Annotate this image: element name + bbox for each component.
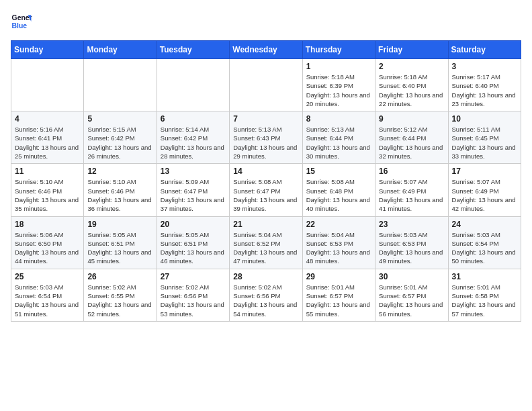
calendar-week-4: 18Sunrise: 5:06 AM Sunset: 6:50 PM Dayli…	[11, 216, 521, 269]
day-number: 14	[233, 167, 298, 176]
calendar-cell: 10Sunrise: 5:11 AM Sunset: 6:45 PM Dayli…	[448, 111, 521, 164]
day-info: Sunrise: 5:13 AM Sunset: 6:44 PM Dayligh…	[306, 125, 371, 161]
calendar-cell: 30Sunrise: 5:01 AM Sunset: 6:57 PM Dayli…	[375, 269, 448, 321]
calendar-week-2: 4Sunrise: 5:16 AM Sunset: 6:41 PM Daylig…	[11, 111, 521, 164]
day-info: Sunrise: 5:16 AM Sunset: 6:41 PM Dayligh…	[15, 125, 80, 161]
day-number: 25	[15, 272, 80, 281]
day-info: Sunrise: 5:12 AM Sunset: 6:44 PM Dayligh…	[379, 125, 444, 161]
day-number: 8	[306, 114, 371, 124]
day-number: 1	[306, 62, 371, 71]
calendar-week-3: 11Sunrise: 5:10 AM Sunset: 6:46 PM Dayli…	[11, 164, 521, 216]
day-number: 28	[233, 272, 298, 281]
calendar-cell: 26Sunrise: 5:02 AM Sunset: 6:55 PM Dayli…	[84, 269, 157, 321]
weekday-header-monday: Monday	[84, 41, 157, 59]
calendar-cell: 23Sunrise: 5:03 AM Sunset: 6:53 PM Dayli…	[375, 216, 448, 269]
day-info: Sunrise: 5:07 AM Sunset: 6:49 PM Dayligh…	[452, 177, 517, 213]
calendar-cell: 16Sunrise: 5:07 AM Sunset: 6:49 PM Dayli…	[375, 164, 448, 216]
page-header: General Blue	[11, 11, 521, 32]
calendar-cell: 4Sunrise: 5:16 AM Sunset: 6:41 PM Daylig…	[11, 111, 84, 164]
day-number: 23	[379, 220, 444, 229]
day-number: 26	[87, 272, 152, 281]
day-number: 6	[161, 114, 226, 124]
day-info: Sunrise: 5:03 AM Sunset: 6:54 PM Dayligh…	[15, 283, 80, 318]
day-number: 13	[161, 167, 226, 176]
calendar-week-1: 1Sunrise: 5:18 AM Sunset: 6:39 PM Daylig…	[11, 59, 521, 111]
calendar-cell: 15Sunrise: 5:08 AM Sunset: 6:48 PM Dayli…	[302, 164, 375, 216]
day-number: 30	[379, 272, 444, 281]
day-number: 18	[15, 220, 80, 229]
day-info: Sunrise: 5:05 AM Sunset: 6:51 PM Dayligh…	[161, 230, 226, 266]
day-number: 24	[452, 220, 517, 229]
day-info: Sunrise: 5:18 AM Sunset: 6:40 PM Dayligh…	[379, 73, 444, 108]
calendar-cell: 28Sunrise: 5:02 AM Sunset: 6:56 PM Dayli…	[230, 269, 302, 321]
day-number: 12	[87, 167, 152, 176]
day-info: Sunrise: 5:06 AM Sunset: 6:50 PM Dayligh…	[15, 230, 80, 266]
weekday-header-wednesday: Wednesday	[230, 41, 302, 59]
day-info: Sunrise: 5:10 AM Sunset: 6:46 PM Dayligh…	[15, 177, 80, 213]
day-number: 19	[87, 220, 152, 229]
calendar-cell: 27Sunrise: 5:02 AM Sunset: 6:56 PM Dayli…	[157, 269, 229, 321]
day-info: Sunrise: 5:18 AM Sunset: 6:39 PM Dayligh…	[306, 73, 371, 108]
day-number: 2	[379, 62, 444, 71]
day-info: Sunrise: 5:07 AM Sunset: 6:49 PM Dayligh…	[379, 177, 444, 213]
calendar-cell: 25Sunrise: 5:03 AM Sunset: 6:54 PM Dayli…	[11, 269, 84, 321]
day-number: 11	[15, 167, 80, 176]
day-info: Sunrise: 5:03 AM Sunset: 6:53 PM Dayligh…	[379, 230, 444, 266]
day-number: 3	[452, 62, 517, 71]
weekday-header-friday: Friday	[375, 41, 448, 59]
calendar-cell: 7Sunrise: 5:13 AM Sunset: 6:43 PM Daylig…	[230, 111, 302, 164]
calendar-cell: 3Sunrise: 5:17 AM Sunset: 6:40 PM Daylig…	[448, 59, 521, 111]
calendar-cell: 29Sunrise: 5:01 AM Sunset: 6:57 PM Dayli…	[302, 269, 375, 321]
calendar-cell: 18Sunrise: 5:06 AM Sunset: 6:50 PM Dayli…	[11, 216, 84, 269]
day-info: Sunrise: 5:01 AM Sunset: 6:58 PM Dayligh…	[452, 283, 517, 318]
calendar-cell: 11Sunrise: 5:10 AM Sunset: 6:46 PM Dayli…	[11, 164, 84, 216]
day-info: Sunrise: 5:15 AM Sunset: 6:42 PM Dayligh…	[87, 125, 152, 161]
day-info: Sunrise: 5:04 AM Sunset: 6:53 PM Dayligh…	[306, 230, 371, 266]
weekday-header-tuesday: Tuesday	[157, 41, 229, 59]
day-number: 16	[379, 167, 444, 176]
day-info: Sunrise: 5:09 AM Sunset: 6:47 PM Dayligh…	[161, 177, 226, 213]
day-number: 7	[233, 114, 298, 124]
day-info: Sunrise: 5:08 AM Sunset: 6:48 PM Dayligh…	[306, 177, 371, 213]
day-number: 5	[87, 114, 152, 124]
calendar-cell: 12Sunrise: 5:10 AM Sunset: 6:46 PM Dayli…	[84, 164, 157, 216]
day-info: Sunrise: 5:05 AM Sunset: 6:51 PM Dayligh…	[87, 230, 152, 266]
calendar-cell: 22Sunrise: 5:04 AM Sunset: 6:53 PM Dayli…	[302, 216, 375, 269]
calendar-cell: 5Sunrise: 5:15 AM Sunset: 6:42 PM Daylig…	[84, 111, 157, 164]
calendar-cell: 9Sunrise: 5:12 AM Sunset: 6:44 PM Daylig…	[375, 111, 448, 164]
weekday-header-thursday: Thursday	[302, 41, 375, 59]
day-info: Sunrise: 5:17 AM Sunset: 6:40 PM Dayligh…	[452, 73, 517, 108]
day-info: Sunrise: 5:11 AM Sunset: 6:45 PM Dayligh…	[452, 125, 517, 161]
calendar-cell: 31Sunrise: 5:01 AM Sunset: 6:58 PM Dayli…	[448, 269, 521, 321]
day-info: Sunrise: 5:10 AM Sunset: 6:46 PM Dayligh…	[87, 177, 152, 213]
day-info: Sunrise: 5:04 AM Sunset: 6:52 PM Dayligh…	[233, 230, 298, 266]
day-number: 20	[161, 220, 226, 229]
weekday-header-saturday: Saturday	[448, 41, 521, 59]
day-info: Sunrise: 5:08 AM Sunset: 6:47 PM Dayligh…	[233, 177, 298, 213]
day-info: Sunrise: 5:02 AM Sunset: 6:55 PM Dayligh…	[87, 283, 152, 318]
weekday-header-sunday: Sunday	[11, 41, 84, 59]
calendar-cell: 17Sunrise: 5:07 AM Sunset: 6:49 PM Dayli…	[448, 164, 521, 216]
day-info: Sunrise: 5:02 AM Sunset: 6:56 PM Dayligh…	[233, 283, 298, 318]
day-info: Sunrise: 5:02 AM Sunset: 6:56 PM Dayligh…	[161, 283, 226, 318]
calendar-cell: 24Sunrise: 5:03 AM Sunset: 6:54 PM Dayli…	[448, 216, 521, 269]
logo-icon: General Blue	[11, 11, 32, 32]
day-info: Sunrise: 5:03 AM Sunset: 6:54 PM Dayligh…	[452, 230, 517, 266]
calendar-cell: 1Sunrise: 5:18 AM Sunset: 6:39 PM Daylig…	[302, 59, 375, 111]
day-number: 15	[306, 167, 371, 176]
calendar-cell: 14Sunrise: 5:08 AM Sunset: 6:47 PM Dayli…	[230, 164, 302, 216]
day-number: 21	[233, 220, 298, 229]
day-number: 10	[452, 114, 517, 124]
calendar-table: SundayMondayTuesdayWednesdayThursdayFrid…	[11, 40, 521, 322]
weekday-header-row: SundayMondayTuesdayWednesdayThursdayFrid…	[11, 41, 521, 59]
day-number: 17	[452, 167, 517, 176]
day-number: 4	[15, 114, 80, 124]
calendar-cell: 13Sunrise: 5:09 AM Sunset: 6:47 PM Dayli…	[157, 164, 229, 216]
calendar-cell	[157, 59, 229, 111]
day-number: 31	[452, 272, 517, 281]
calendar-cell: 2Sunrise: 5:18 AM Sunset: 6:40 PM Daylig…	[375, 59, 448, 111]
calendar-cell: 19Sunrise: 5:05 AM Sunset: 6:51 PM Dayli…	[84, 216, 157, 269]
day-info: Sunrise: 5:14 AM Sunset: 6:42 PM Dayligh…	[161, 125, 226, 161]
calendar-week-5: 25Sunrise: 5:03 AM Sunset: 6:54 PM Dayli…	[11, 269, 521, 321]
calendar-cell	[230, 59, 302, 111]
